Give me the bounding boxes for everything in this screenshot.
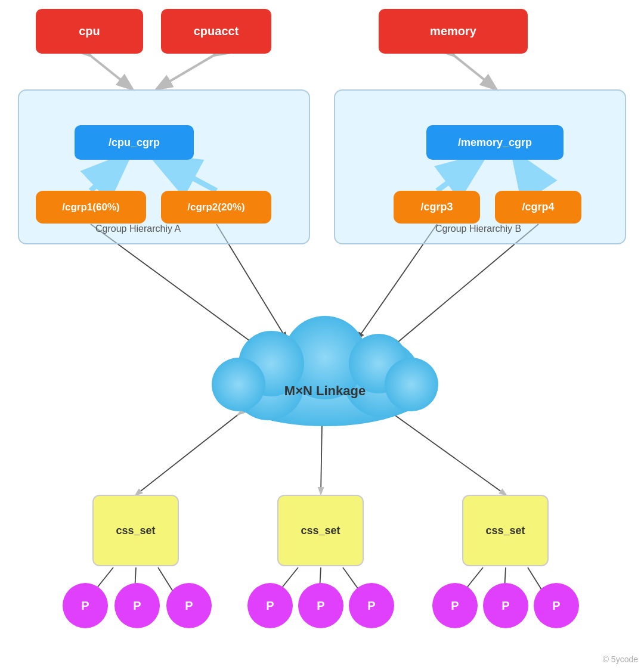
css-set-1: css_set bbox=[92, 495, 179, 566]
css-set-3: css_set bbox=[462, 495, 549, 566]
cgrp4-node: /cgrp4 bbox=[495, 191, 581, 224]
cpu-cgrp-node: /cpu_cgrp bbox=[75, 125, 194, 160]
svg-line-2 bbox=[453, 55, 495, 88]
cloud-shape: M×N Linkage bbox=[179, 307, 471, 432]
svg-point-30 bbox=[385, 358, 438, 411]
process-p3: P bbox=[166, 583, 212, 628]
process-p5: P bbox=[298, 583, 343, 628]
memory-node: memory bbox=[379, 9, 528, 54]
memory-cgrp-node: /memory_cgrp bbox=[426, 125, 564, 160]
hierarchy-a-label: Cgroup Hierarchiy A bbox=[95, 224, 181, 234]
process-p4: P bbox=[247, 583, 293, 628]
css-set-2: css_set bbox=[277, 495, 364, 566]
cgrp1-node: /cgrp1(60%) bbox=[36, 191, 146, 224]
svg-line-12 bbox=[321, 423, 322, 494]
process-p9: P bbox=[534, 583, 579, 628]
process-p6: P bbox=[349, 583, 394, 628]
cpuacct-node: cpuacct bbox=[161, 9, 271, 54]
diagram: Cgroup Hierarchiy A Cgroup Hierarchiy B … bbox=[0, 0, 644, 670]
cpu-node: cpu bbox=[36, 9, 143, 54]
cgrp3-node: /cgrp3 bbox=[394, 191, 480, 224]
process-p1: P bbox=[63, 583, 108, 628]
process-p2: P bbox=[114, 583, 160, 628]
watermark: © 5ycode bbox=[603, 655, 638, 664]
cgrp2-node: /cgrp2(20%) bbox=[161, 191, 271, 224]
hierarchy-b-label: Cgroup Hierarchiy B bbox=[435, 224, 521, 234]
process-p7: P bbox=[432, 583, 478, 628]
svg-line-1 bbox=[158, 55, 215, 88]
process-p8: P bbox=[483, 583, 528, 628]
svg-point-29 bbox=[212, 358, 265, 411]
hierarchy-b-box bbox=[334, 89, 626, 244]
svg-line-0 bbox=[89, 55, 131, 88]
svg-text:M×N Linkage: M×N Linkage bbox=[284, 383, 366, 398]
